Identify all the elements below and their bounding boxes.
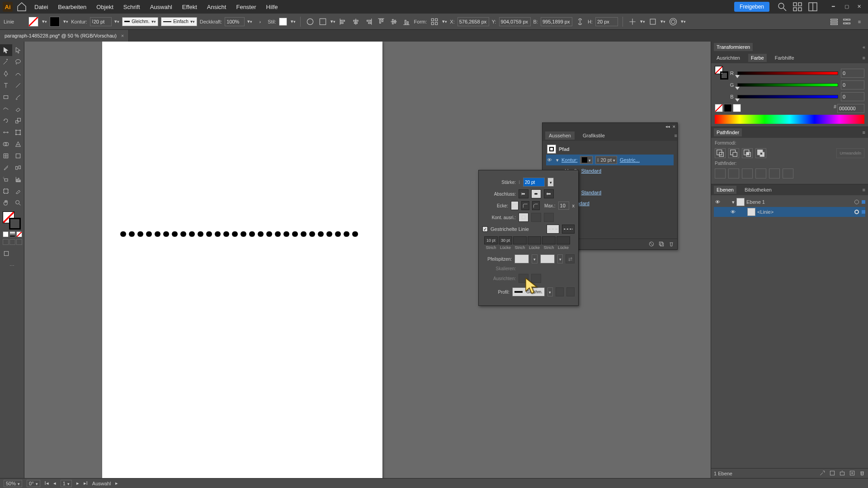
arrow-end-chev[interactable] xyxy=(557,254,563,263)
transform-tab[interactable]: Transformieren xyxy=(714,43,753,51)
stroke-dropdown-icon[interactable]: ▾ xyxy=(63,19,68,24)
menu-datei[interactable]: Datei xyxy=(31,2,52,12)
new-sublayer-icon[interactable] xyxy=(839,470,845,477)
toggle-panel-icon[interactable] xyxy=(829,17,839,27)
dashed-checkbox[interactable]: ✓ xyxy=(482,226,488,232)
stroke-dashed-link[interactable]: Gestric... xyxy=(620,157,640,163)
layer-visibility-icon[interactable]: 👁 xyxy=(714,199,721,205)
rotation-combo[interactable]: 0° xyxy=(27,480,40,487)
stroke-weight-dropdown[interactable]: ▾ xyxy=(114,19,119,24)
align-hcenter-icon[interactable] xyxy=(351,17,361,27)
curvature-tool[interactable] xyxy=(12,68,24,80)
panel-menu-icon[interactable]: ≡ xyxy=(854,17,864,27)
gap-2-input[interactable] xyxy=(528,236,541,244)
cap-square-button[interactable] xyxy=(544,189,554,198)
status-menu-icon[interactable]: ▸ xyxy=(115,480,118,486)
fill-dropdown-icon[interactable]: ▾ xyxy=(42,19,47,24)
menu-schrift[interactable]: Schrift xyxy=(120,2,144,12)
libraries-tab[interactable]: Bibliotheken xyxy=(742,186,774,194)
stroke-vis-icon[interactable]: 👁 xyxy=(547,157,553,163)
shape-builder-tool[interactable] xyxy=(0,138,12,150)
preferences-icon[interactable] xyxy=(842,17,852,27)
rotate-tool[interactable] xyxy=(0,115,12,127)
style-chev[interactable]: ▾ xyxy=(291,19,296,24)
rectangle-tool[interactable] xyxy=(0,91,12,103)
g-value-field[interactable]: 0 xyxy=(841,80,864,89)
eyedropper-tool[interactable] xyxy=(0,162,12,174)
stroke-panel[interactable]: Stärke: ⁞ 20 pt Abschluss: Ecke: Max.: 1… xyxy=(478,170,579,306)
fill-opacity-value[interactable]: Standard xyxy=(581,190,601,195)
gap-3-input[interactable] xyxy=(557,236,570,244)
eraser-tool[interactable] xyxy=(12,103,24,115)
divide-button[interactable] xyxy=(715,169,726,178)
align-top-icon[interactable] xyxy=(376,17,386,27)
blend-tool[interactable] xyxy=(12,162,24,174)
zoom-combo[interactable]: 50% xyxy=(4,480,22,487)
artboard[interactable] xyxy=(102,42,382,478)
stroke-swatch[interactable] xyxy=(50,17,60,27)
search-icon[interactable] xyxy=(777,1,788,12)
stroke-opacity-value[interactable]: Standard xyxy=(581,168,601,174)
window-layout-icon[interactable] xyxy=(807,1,818,12)
share-button[interactable]: Freigeben xyxy=(734,2,769,12)
layer-expand-icon[interactable]: ▾ xyxy=(732,199,735,205)
hand-tool[interactable] xyxy=(0,197,12,209)
arrange-icon[interactable] xyxy=(792,1,803,12)
draw-behind-button[interactable] xyxy=(9,239,15,245)
align-tab[interactable]: Ausrichten xyxy=(714,54,743,62)
outline-button[interactable] xyxy=(769,169,780,178)
unite-button[interactable] xyxy=(715,148,726,158)
line-tool[interactable] xyxy=(12,80,24,91)
zoom-tool[interactable] xyxy=(12,197,24,209)
panel-close-icon[interactable]: × xyxy=(673,124,675,129)
panel-collapse-icon[interactable]: ◂◂ xyxy=(665,124,670,129)
graph-tool[interactable] xyxy=(12,174,24,185)
dash-3-input[interactable] xyxy=(542,236,556,244)
merge-button[interactable] xyxy=(742,169,753,178)
free-transform-tool[interactable] xyxy=(12,127,24,138)
artboard-prev-first-icon[interactable]: I◂ xyxy=(45,480,49,486)
stroke-weight-field[interactable]: ⁞ 20 pt xyxy=(90,17,112,26)
w-field[interactable]: 995,1899 px xyxy=(541,17,572,26)
lasso-tool[interactable] xyxy=(12,56,24,68)
artboard-combo[interactable]: 1 xyxy=(61,480,72,487)
tab-close-icon[interactable]: × xyxy=(121,33,124,38)
dash-align-button[interactable] xyxy=(562,225,575,234)
menu-ansicht[interactable]: Ansicht xyxy=(203,2,230,12)
clip-mask-icon[interactable] xyxy=(829,470,835,477)
no-select-icon[interactable] xyxy=(648,241,655,248)
menu-effekt[interactable]: Effekt xyxy=(179,2,201,12)
paintbrush-tool[interactable] xyxy=(12,91,24,103)
brush-combo[interactable]: Gleichm.▾ xyxy=(122,17,158,26)
menu-bearbeiten[interactable]: Bearbeiten xyxy=(54,2,90,12)
color-tab[interactable]: Farbe xyxy=(748,54,767,62)
minus-front-button[interactable] xyxy=(728,148,739,158)
graphic-styles-tab[interactable]: Grafikstile xyxy=(579,131,609,140)
pathfinder-menu-icon[interactable]: ≡ xyxy=(863,130,868,135)
stroke-size-combo[interactable]: ⁞ 20 pt xyxy=(595,156,617,164)
edit-toolbar-button[interactable]: ⋯ xyxy=(0,263,24,269)
black-swatch[interactable] xyxy=(724,104,732,112)
none-swatch[interactable] xyxy=(715,104,723,112)
b-slider[interactable] xyxy=(737,94,838,100)
mesh-tool[interactable] xyxy=(0,150,12,162)
exclude-button[interactable] xyxy=(755,148,766,158)
intersect-button[interactable] xyxy=(742,148,753,158)
hex-field[interactable]: 000000 xyxy=(837,104,864,113)
stroke-color-combo[interactable] xyxy=(580,156,593,164)
stroke-expand-icon[interactable]: ▾ xyxy=(556,157,559,163)
magic-wand-tool[interactable] xyxy=(0,56,12,68)
slice-tool[interactable] xyxy=(12,185,24,197)
perspective-tool[interactable] xyxy=(12,138,24,150)
direct-selection-tool[interactable] xyxy=(12,44,24,56)
align-menu-icon[interactable] xyxy=(318,17,328,27)
arrow-start-chev[interactable] xyxy=(532,254,538,263)
minimize-button[interactable]: ━ xyxy=(832,4,838,10)
h-field[interactable]: 20 px xyxy=(595,17,618,26)
duplicate-item-icon[interactable] xyxy=(658,241,665,248)
menu-fenster[interactable]: Fenster xyxy=(232,2,259,12)
pen-tool[interactable] xyxy=(0,68,12,80)
pathfinder-tab[interactable]: Pathfinder xyxy=(714,128,742,136)
document-tab[interactable]: paragraph-1485228.png* @ 50 % (RGB/Vorsc… xyxy=(0,30,129,42)
color-mode-button[interactable] xyxy=(3,231,9,237)
